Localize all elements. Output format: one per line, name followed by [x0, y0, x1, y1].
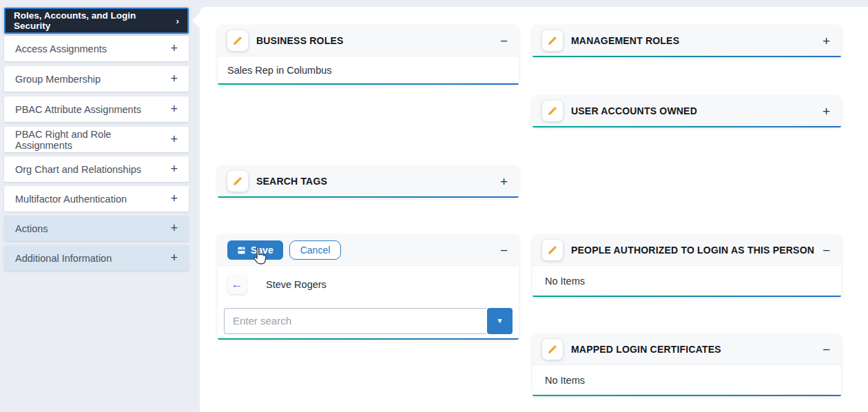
sidebar-item-multifactor-authentication[interactable]: Multifactor Authentication +: [4, 186, 189, 212]
sidebar-item-actions[interactable]: Actions +: [4, 216, 189, 241]
plus-icon: +: [170, 41, 178, 56]
edit-button[interactable]: [542, 339, 563, 360]
card-title: USER ACCOUNTS OWNED: [571, 105, 697, 116]
card-user-accounts-owned-header: USER ACCOUNTS OWNED +: [533, 96, 841, 126]
card-management-roles-header: MANAGEMENT ROLES +: [533, 25, 841, 56]
expand-button[interactable]: +: [499, 175, 509, 188]
card-title: PEOPLE AUTHORIZED TO LOGIN AS THIS PERSO…: [571, 245, 814, 256]
expand-button[interactable]: +: [821, 105, 831, 118]
plus-icon: +: [170, 221, 178, 236]
search-dropdown-button[interactable]: ▼: [487, 308, 513, 334]
search-input[interactable]: [224, 308, 486, 334]
sidebar-item-label: Org Chart and Relationships: [15, 164, 141, 175]
sidebar-item-label: Additional Information: [15, 253, 112, 264]
back-arrow-button[interactable]: ←: [227, 275, 247, 294]
plus-icon: +: [170, 162, 178, 176]
chevron-right-icon: ›: [176, 16, 180, 26]
sidebar-item-access-assignments[interactable]: Access Assignments +: [4, 36, 189, 61]
pencil-icon: [547, 245, 558, 256]
edit-button[interactable]: [227, 171, 248, 192]
sidebar: Roles, Accounts, and Login Security › Ac…: [0, 0, 200, 412]
sidebar-item-group-membership[interactable]: Group Membership +: [4, 66, 189, 92]
pencil-icon: [547, 105, 558, 116]
card-title: MAPPED LOGIN CERTIFICATES: [571, 344, 721, 355]
pencil-icon: [547, 344, 558, 355]
card-people-authorized: PEOPLE AUTHORIZED TO LOGIN AS THIS PERSO…: [533, 235, 841, 297]
collapse-button[interactable]: −: [821, 343, 831, 356]
card-user-accounts-owned: USER ACCOUNTS OWNED +: [533, 96, 841, 127]
card-mapped-login-certificates: MAPPED LOGIN CERTIFICATES − No Items: [533, 334, 841, 396]
sidebar-item-pbac-right-role-assignments[interactable]: PBAC Right and Role Assignments +: [4, 127, 189, 152]
card-search-tags: SEARCH TAGS +: [218, 166, 519, 198]
sidebar-item-org-chart-relationships[interactable]: Org Chart and Relationships +: [4, 156, 189, 182]
pencil-icon: [547, 35, 558, 46]
save-icon: [237, 246, 246, 255]
sidebar-header-roles-accounts-login-security[interactable]: Roles, Accounts, and Login Security ›: [4, 8, 189, 34]
empty-state-text: No Items: [533, 364, 841, 395]
search-control: ▼: [224, 308, 513, 334]
sidebar-item-pbac-attribute-assignments[interactable]: PBAC Attribute Assignments +: [4, 96, 189, 122]
sidebar-item-label: PBAC Attribute Assignments: [15, 104, 141, 115]
chevron-down-icon: ▼: [497, 317, 504, 325]
save-label: Save: [251, 245, 273, 256]
search-row: ▼: [218, 303, 519, 338]
selected-person-row: ← Steve Rogers: [218, 265, 519, 303]
pencil-icon: [232, 35, 243, 46]
edit-button[interactable]: [542, 240, 563, 260]
sidebar-item-label: Group Membership: [15, 74, 101, 85]
card-title: SEARCH TAGS: [256, 176, 327, 187]
card-search-tags-header: SEARCH TAGS +: [218, 166, 519, 196]
plus-icon: +: [170, 72, 178, 86]
sidebar-item-label: PBAC Right and Role Assignments: [15, 129, 170, 151]
sidebar-item-additional-information[interactable]: Additional Information +: [4, 245, 189, 271]
card-people-authorized-header: PEOPLE AUTHORIZED TO LOGIN AS THIS PERSO…: [533, 235, 841, 265]
edit-button[interactable]: [227, 30, 248, 51]
person-name: Steve Rogers: [266, 279, 327, 290]
card-title: BUSINESS ROLES: [256, 35, 344, 46]
save-button[interactable]: Save: [227, 240, 283, 260]
card-mapped-login-certificates-header: MAPPED LOGIN CERTIFICATES −: [533, 334, 841, 364]
plus-icon: +: [170, 132, 178, 147]
business-role-item[interactable]: Sales Rep in Columbus: [218, 56, 519, 83]
plus-icon: +: [170, 251, 178, 265]
card-business-roles-header: BUSINESS ROLES −: [218, 25, 519, 56]
expand-button[interactable]: +: [821, 34, 831, 48]
cancel-button[interactable]: Cancel: [289, 240, 342, 260]
collapse-button[interactable]: −: [821, 244, 831, 257]
sidebar-header-label: Roles, Accounts, and Login Security: [14, 10, 173, 31]
empty-state-text: No Items: [533, 265, 841, 296]
card-management-roles: MANAGEMENT ROLES +: [533, 25, 841, 57]
card-title: MANAGEMENT ROLES: [571, 35, 679, 46]
editor-header: Save Cancel −: [218, 235, 519, 265]
back-arrow-icon: ←: [231, 278, 243, 291]
edit-button[interactable]: [542, 30, 563, 51]
plus-icon: +: [170, 192, 178, 206]
pencil-icon: [232, 176, 243, 187]
collapse-button[interactable]: −: [499, 34, 509, 48]
sidebar-item-label: Multifactor Authentication: [15, 194, 127, 205]
card-business-roles-editor: Save Cancel − ← Steve Rogers ▼: [218, 235, 519, 340]
card-business-roles: BUSINESS ROLES − Sales Rep in Columbus: [218, 25, 519, 85]
sidebar-item-label: Access Assignments: [15, 43, 107, 54]
plus-icon: +: [170, 102, 178, 116]
sidebar-item-label: Actions: [15, 223, 48, 234]
edit-button[interactable]: [542, 101, 563, 121]
collapse-button[interactable]: −: [499, 244, 509, 257]
